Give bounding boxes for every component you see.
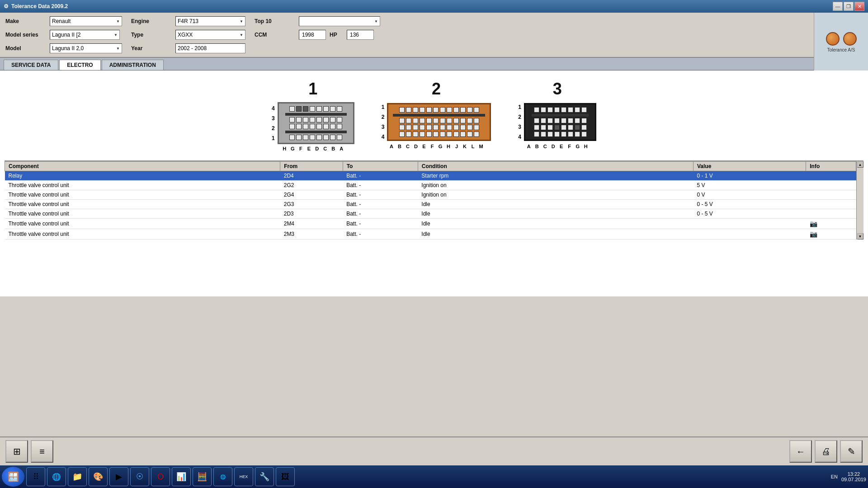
pin bbox=[460, 125, 466, 130]
cell-to: Batt. - bbox=[343, 200, 418, 209]
scrollbar[interactable]: ▲ ▼ bbox=[856, 161, 863, 239]
c3-row-label-3: 3 bbox=[518, 122, 521, 132]
taskbar-app-chrome[interactable]: ⦿ bbox=[130, 467, 149, 486]
scroll-down-button[interactable]: ▼ bbox=[857, 233, 863, 239]
taskbar-app-hex[interactable]: HEX bbox=[234, 467, 253, 486]
model-series-select[interactable]: Laguna II [2 ▼ bbox=[50, 30, 120, 40]
model-row: Model Laguna II 2,0 ▼ bbox=[5, 43, 122, 53]
pin-label-G: G bbox=[289, 146, 296, 151]
pin bbox=[433, 131, 439, 137]
pin bbox=[447, 107, 452, 113]
connector-2-row3 bbox=[391, 125, 487, 130]
pin bbox=[330, 124, 335, 129]
cell-info bbox=[806, 190, 856, 200]
table-row[interactable]: Relay 2D4 Batt. - Starter rpm 0 - 1 V bbox=[5, 171, 856, 181]
pin bbox=[568, 125, 573, 130]
taskbar-app-media[interactable]: ▶ bbox=[109, 467, 128, 486]
pin bbox=[316, 135, 322, 140]
taskbar-app-opera[interactable]: O bbox=[151, 467, 170, 486]
pin bbox=[467, 131, 472, 137]
pin bbox=[323, 135, 329, 140]
pin bbox=[561, 131, 566, 137]
pin bbox=[296, 124, 302, 129]
c3-row-label-2: 2 bbox=[518, 112, 521, 122]
taskbar-app-grid[interactable]: ⠿ bbox=[26, 467, 45, 486]
taskbar-app-browser[interactable]: 🌐 bbox=[213, 467, 232, 486]
taskbar-app-folder[interactable]: 📁 bbox=[68, 467, 87, 486]
scroll-up-button[interactable]: ▲ bbox=[857, 161, 863, 168]
table-row[interactable]: Throttle valve control unit 2M4 Batt. - … bbox=[5, 219, 856, 229]
minimize-button[interactable]: — bbox=[833, 2, 843, 11]
pin bbox=[316, 117, 322, 122]
type-select[interactable]: XGXX ▼ bbox=[175, 30, 245, 40]
taskbar-app-chart[interactable]: 📊 bbox=[172, 467, 191, 486]
cell-condition: Ignition on bbox=[418, 190, 693, 200]
pin bbox=[337, 106, 342, 112]
model-series-label: Model series bbox=[5, 32, 46, 38]
toolbar-button-edit[interactable]: ✎ bbox=[840, 440, 863, 463]
pin bbox=[289, 106, 295, 112]
connector-3-bar1 bbox=[532, 114, 589, 117]
logo-area: Tolerance A/S bbox=[814, 13, 868, 71]
pin bbox=[568, 118, 573, 123]
table-row[interactable]: Throttle valve control unit 2G2 Batt. - … bbox=[5, 181, 856, 190]
connector-diagram: 1 4 3 2 1 bbox=[5, 75, 863, 160]
tab-electro[interactable]: ELECTRO bbox=[59, 60, 100, 70]
make-label: Make bbox=[5, 18, 46, 24]
maximize-button[interactable]: ❐ bbox=[844, 2, 854, 11]
engine-select[interactable]: F4R 713 ▼ bbox=[175, 16, 245, 26]
year-select[interactable]: 2002 - 2008 bbox=[175, 43, 245, 53]
pin bbox=[561, 125, 566, 130]
pin bbox=[534, 107, 539, 113]
pin bbox=[330, 106, 335, 112]
table-row[interactable]: Throttle valve control unit 2G4 Batt. - … bbox=[5, 190, 856, 200]
toolbar-button-print[interactable]: 🖨 bbox=[815, 440, 837, 463]
engine-row: Engine F4R 713 ▼ bbox=[131, 16, 245, 26]
pin bbox=[460, 131, 466, 137]
model-series-row: Model series Laguna II [2 ▼ bbox=[5, 30, 122, 40]
table-container: Component From To Condition Value Info R… bbox=[5, 161, 856, 239]
model-select[interactable]: Laguna II 2,0 ▼ bbox=[50, 43, 122, 53]
toolbar-button-list[interactable]: ≡ bbox=[31, 440, 53, 463]
hp-value: 136 bbox=[347, 30, 374, 40]
taskbar-app-paint[interactable]: 🎨 bbox=[89, 467, 108, 486]
pin bbox=[554, 118, 560, 123]
row-label-2: 2 bbox=[272, 123, 275, 133]
tab-service-data[interactable]: SERVICE DATA bbox=[4, 60, 58, 70]
pin bbox=[447, 118, 452, 123]
pin bbox=[420, 131, 425, 137]
pin bbox=[323, 106, 329, 112]
taskbar-app-photos[interactable]: 🖼 bbox=[276, 467, 295, 486]
taskbar-app-tool[interactable]: 🔧 bbox=[255, 467, 274, 486]
taskbar-app-calc[interactable]: 🧮 bbox=[193, 467, 212, 486]
table-row[interactable]: Throttle valve control unit 2M3 Batt. - … bbox=[5, 229, 856, 239]
start-button[interactable]: 🪟 bbox=[2, 467, 24, 487]
toolbar-button-back[interactable]: ← bbox=[789, 440, 812, 463]
cell-component: Throttle valve control unit bbox=[5, 219, 280, 229]
make-select[interactable]: Renault ▼ bbox=[50, 16, 122, 26]
top10-select[interactable]: ▼ bbox=[299, 16, 380, 26]
logo-circles bbox=[826, 32, 857, 46]
cell-condition: Idle bbox=[418, 209, 693, 219]
connector-2-section: 2 1 2 3 4 bbox=[382, 80, 491, 149]
cell-to: Batt. - bbox=[343, 181, 418, 190]
tab-administration[interactable]: ADMINISTRATION bbox=[102, 60, 164, 70]
table-row[interactable]: Throttle valve control unit 2D3 Batt. - … bbox=[5, 209, 856, 219]
pin bbox=[310, 106, 315, 112]
cell-value bbox=[693, 229, 806, 239]
cell-component: Throttle valve control unit bbox=[5, 200, 280, 209]
pin bbox=[296, 117, 302, 122]
pin bbox=[337, 135, 342, 140]
taskbar-app-ie[interactable]: 🌐 bbox=[47, 467, 66, 486]
col-header-from: From bbox=[280, 162, 343, 171]
cell-value: 0 - 5 V bbox=[693, 200, 806, 209]
toolbar-button-grid[interactable]: ⊞ bbox=[5, 440, 28, 463]
pin bbox=[413, 125, 418, 130]
clock-time: 13:22 bbox=[841, 471, 866, 477]
table-row[interactable]: Throttle valve control unit 2G3 Batt. - … bbox=[5, 200, 856, 209]
pin bbox=[413, 107, 418, 113]
close-button[interactable]: ✕ bbox=[854, 2, 864, 11]
cell-from: 2D4 bbox=[280, 171, 343, 181]
pin bbox=[460, 118, 466, 123]
engine-dropdown-arrow: ▼ bbox=[240, 19, 243, 23]
